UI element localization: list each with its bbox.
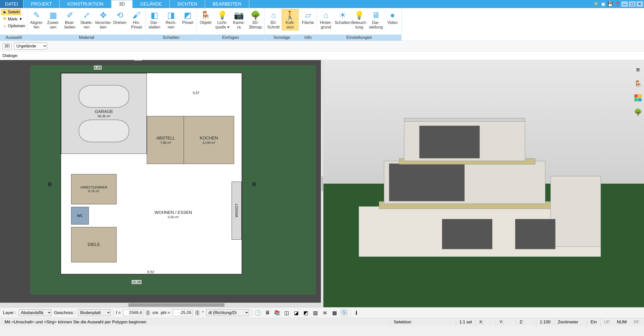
einstellungen-btn-3[interactable]: 🖥Dar-stellung: [368, 9, 384, 30]
menu-gelaende[interactable]: GELÄNDE: [133, 0, 170, 8]
terrain-select[interactable]: Urgelände: [14, 43, 47, 49]
einstellungen-btn-1[interactable]: ☀Schatten: [334, 9, 351, 26]
status-scale: 1:100: [536, 318, 554, 326]
grid-icon[interactable]: ▦: [331, 309, 338, 316]
material-btn-3[interactable]: ⤢Skalie-ren: [78, 9, 95, 30]
ribbon-panel-auswahl: ➤Selekt ⚑Mark. ▾ ＋Optionen Auswahl: [0, 8, 28, 41]
mark-button[interactable]: ⚑Mark. ▾: [1, 16, 23, 22]
view-splitter[interactable]: [321, 60, 323, 307]
sonstige-icon: ⌂: [271, 10, 276, 20]
material-btn-2[interactable]: ✐Bear-beiten: [62, 9, 78, 30]
einstellungen-btn-2[interactable]: 💡Beleuch-tung: [351, 9, 368, 30]
room-wc: WC: [71, 207, 89, 225]
stack-icon[interactable]: 📚: [273, 309, 281, 316]
menu-konstruktion[interactable]: KONSTRUKTION: [60, 0, 111, 8]
material-icon: ⤢: [83, 10, 90, 20]
minimize-button[interactable]: —: [621, 1, 628, 7]
tool-label: Video: [387, 20, 398, 25]
save-icon[interactable]: 💾: [607, 1, 613, 7]
tool-label: Fläche: [302, 20, 314, 25]
schatten-btn-0[interactable]: ◧Dar-stellen: [146, 9, 163, 30]
tree-icon[interactable]: 🌳: [634, 108, 642, 116]
material-btn-6[interactable]: 🖌Hin.Pinsel: [128, 9, 145, 30]
sonstige-btn-1[interactable]: 🚶Kolli-sion: [282, 9, 298, 30]
select-button[interactable]: ➤Selekt: [1, 9, 21, 15]
phi-spin-up[interactable]: ▲: [195, 310, 199, 313]
view-2d[interactable]: 6,69 7,41 5,67 6,52 10,96 GARAGE 36,36 m…: [0, 60, 321, 307]
north-icon[interactable]: Ⓝ: [341, 309, 348, 316]
dl-select[interactable]: dl (Richtung/Di: [206, 309, 249, 316]
tools-icon[interactable]: 🛠: [593, 1, 599, 7]
einfuegen-btn-3[interactable]: 🌳3D-Bitmap: [247, 9, 264, 30]
car-icon: [79, 85, 129, 108]
einfuegen-btn-2[interactable]: 📷Kame-ra: [231, 9, 247, 30]
status-hint: Mit <Umschalt> und <Strg> können Sie die…: [1, 318, 390, 326]
layer-toggle-icon[interactable]: ▨: [312, 309, 319, 316]
l-label: l =: [116, 310, 121, 315]
ribbon-panel-einfuegen: 🪑Objekt💡Licht-quelle ▾📷Kame-ra🌳3D-Bitmap…: [197, 8, 265, 41]
panel-label-material: Material: [28, 35, 145, 41]
layer-select[interactable]: Abstandsflä: [19, 309, 51, 316]
car-icon: [79, 120, 129, 142]
furniture-icon[interactable]: 🪑: [634, 80, 642, 88]
options-button[interactable]: ＋Optionen: [1, 23, 26, 29]
ribbon-panel-info: ▱Fläche Info: [299, 8, 317, 41]
status-z: Z:: [516, 318, 536, 326]
material-btn-5[interactable]: ⟲Drehen: [111, 9, 128, 26]
layer-lines-icon[interactable]: ≋: [321, 309, 328, 316]
ribbon-panel-material: ✎Abgrei-fen▦Zuwei-sen✐Bear-beiten⤢Skalie…: [28, 8, 146, 41]
schatten-btn-1[interactable]: ◨Rech-nen: [163, 9, 179, 30]
tool-label: Zuwei-sen: [47, 20, 59, 30]
show-layer-icon[interactable]: ◪: [293, 309, 300, 316]
material-icon: ▦: [49, 10, 57, 20]
plus-icon: ＋: [2, 24, 7, 28]
clock-icon[interactable]: 🕑: [254, 309, 261, 316]
material-btn-0[interactable]: ✎Abgrei-fen: [28, 9, 45, 30]
help-icon[interactable]: ❓: [614, 1, 620, 7]
room-area: 12,55 m²: [202, 141, 215, 145]
menu-bearbeiten[interactable]: BEARBEITEN: [205, 0, 249, 8]
hide-layer-icon[interactable]: ◫: [283, 309, 290, 316]
tool-label: Hin.Pinsel: [131, 20, 142, 30]
house-3d-model: [354, 100, 606, 257]
ribbon-panel-einstellungen: ⌂Hinter-grund☀Schatten💡Beleuch-tung🖥Dar-…: [317, 8, 402, 41]
phi-spin-down[interactable]: ▼: [195, 313, 199, 315]
dim-label: 6,69: [94, 66, 102, 70]
color-grid-icon[interactable]: [634, 94, 642, 102]
window-icon[interactable]: ▣: [600, 1, 606, 7]
einstellungen-btn-0[interactable]: ⌂Hinter-grund: [318, 9, 334, 30]
material-btn-1[interactable]: ▦Zuwei-sen: [45, 9, 62, 30]
material-btn-4[interactable]: ✥Verschie-ben: [95, 9, 111, 30]
close-button[interactable]: ✕: [636, 1, 643, 7]
einstellungen-btn-4[interactable]: ●Video: [384, 9, 401, 26]
layer-fill-icon[interactable]: ◩: [302, 309, 309, 316]
info-icon[interactable]: ℹ: [353, 309, 360, 316]
l-input[interactable]: [123, 310, 143, 316]
tool-label: Kolli-sion: [286, 20, 295, 30]
restore-button[interactable]: ▢: [629, 1, 635, 7]
einfuegen-btn-0[interactable]: 🪑Objekt: [197, 9, 214, 26]
sonstige-btn-0[interactable]: ⌂3D-Schnitt: [265, 9, 282, 30]
scrollbar-horizontal[interactable]: [0, 303, 321, 307]
menu-sichten[interactable]: SICHTEN: [170, 0, 205, 8]
info-btn-0[interactable]: ▱Fläche: [300, 9, 316, 26]
schatten-btn-2[interactable]: ◩Pinsel: [179, 9, 196, 26]
l-spin-down[interactable]: ▼: [146, 313, 150, 315]
svg-rect-3: [638, 98, 641, 101]
view-3d[interactable]: [323, 60, 644, 307]
einfuegen-btn-1[interactable]: 💡Licht-quelle ▾: [214, 9, 231, 30]
section-marker-b: B: [48, 181, 52, 188]
geschoss-select[interactable]: Bodenplatt: [78, 309, 111, 316]
ribbon-panel-schatten: ◧Dar-stellen◨Rech-nen◩Pinsel Schatten: [146, 8, 197, 41]
divider: [350, 310, 350, 316]
menu-projekt[interactable]: PROJEKT: [23, 0, 60, 8]
scrollbar-thumb[interactable]: [128, 303, 225, 307]
menu-3d[interactable]: 3D: [111, 0, 133, 8]
layers-icon[interactable]: ≡: [634, 66, 642, 74]
menu-datei[interactable]: DATEI: [0, 0, 23, 8]
tool-label: Objekt: [200, 20, 211, 25]
phi-input[interactable]: [173, 310, 193, 316]
monitor-icon[interactable]: 🖥: [264, 309, 271, 316]
l-spin-up[interactable]: ▲: [146, 310, 150, 313]
panel-label-sonstige: Sonstige: [265, 35, 299, 41]
